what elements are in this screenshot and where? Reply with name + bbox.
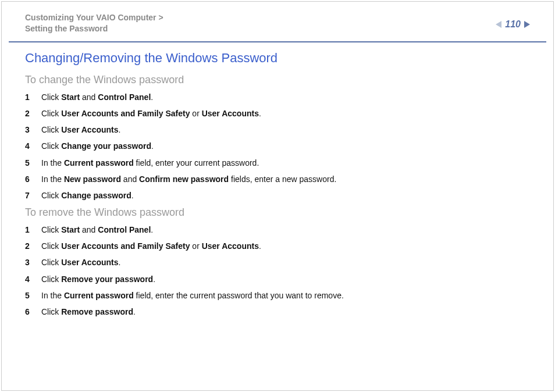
step-item: 2Click User Accounts and Family Safety o…	[25, 241, 530, 251]
step-text: Click User Accounts and Family Safety or…	[41, 108, 261, 119]
step-text: Click Change your password.	[41, 141, 154, 151]
section-remove-subtitle: To remove the Windows password	[25, 206, 530, 219]
step-number: 5	[25, 290, 41, 301]
page-number-nav: 110	[496, 19, 530, 30]
step-item: 5In the Current password field, enter yo…	[25, 158, 530, 168]
step-item: 3Click User Accounts.	[25, 124, 530, 135]
step-item: 4Click Change your password.	[25, 141, 530, 151]
step-number: 4	[25, 274, 41, 284]
change-steps-list: 1Click Start and Control Panel.2Click Us…	[25, 92, 530, 201]
page-header: Customizing Your VAIO Computer > Setting…	[2, 2, 553, 41]
step-number: 4	[25, 141, 41, 151]
step-number: 2	[25, 108, 41, 119]
step-number: 5	[25, 158, 41, 168]
step-text: Click Change password.	[41, 190, 134, 201]
step-text: In the Current password field, enter you…	[41, 158, 259, 168]
step-text: Click User Accounts.	[41, 124, 120, 135]
breadcrumb-line-2: Setting the Password	[25, 23, 163, 34]
step-item: 1Click Start and Control Panel.	[25, 224, 530, 235]
step-item: 2Click User Accounts and Family Safety o…	[25, 108, 530, 119]
page-content: Changing/Removing the Windows Password T…	[2, 42, 553, 317]
breadcrumb: Customizing Your VAIO Computer > Setting…	[25, 12, 163, 34]
remove-steps-list: 1Click Start and Control Panel.2Click Us…	[25, 224, 530, 317]
step-number: 6	[25, 307, 41, 317]
next-page-icon[interactable]	[524, 21, 530, 28]
step-number: 3	[25, 124, 41, 135]
step-item: 5In the Current password field, enter th…	[25, 290, 530, 301]
step-text: Click Remove your password.	[41, 274, 155, 284]
page-title: Changing/Removing the Windows Password	[25, 51, 530, 66]
document-page: Customizing Your VAIO Computer > Setting…	[1, 1, 554, 391]
step-text: Click User Accounts.	[41, 257, 120, 268]
breadcrumb-line-1: Customizing Your VAIO Computer >	[25, 12, 163, 23]
section-change-subtitle: To change the Windows password	[25, 74, 530, 86]
step-text: Click Start and Control Panel.	[41, 92, 153, 102]
page-number: 110	[505, 19, 521, 30]
step-text: Click User Accounts and Family Safety or…	[41, 241, 261, 251]
step-text: In the New password and Confirm new pass…	[41, 174, 336, 184]
prev-page-icon[interactable]	[496, 21, 501, 28]
step-text: Click Remove password.	[41, 307, 136, 317]
step-number: 2	[25, 241, 41, 251]
step-item: 4Click Remove your password.	[25, 274, 530, 284]
step-number: 1	[25, 92, 41, 102]
step-item: 3Click User Accounts.	[25, 257, 530, 268]
step-number: 7	[25, 190, 41, 201]
step-text: Click Start and Control Panel.	[41, 224, 153, 235]
step-item: 6Click Remove password.	[25, 307, 530, 317]
step-text: In the Current password field, enter the…	[41, 290, 344, 301]
step-number: 6	[25, 174, 41, 184]
step-item: 7Click Change password.	[25, 190, 530, 201]
step-number: 1	[25, 224, 41, 235]
step-number: 3	[25, 257, 41, 268]
step-item: 1Click Start and Control Panel.	[25, 92, 530, 102]
step-item: 6In the New password and Confirm new pas…	[25, 174, 530, 184]
